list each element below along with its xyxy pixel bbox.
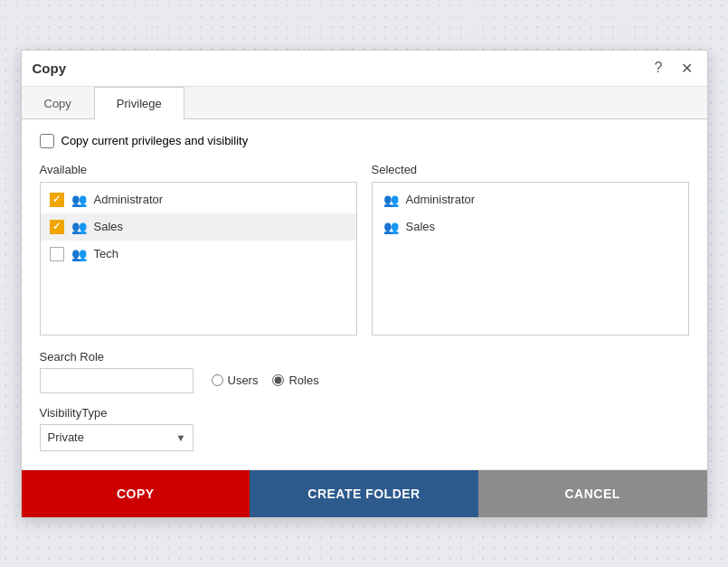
tab-privilege[interactable]: Privilege <box>94 87 184 119</box>
selected-list: Administrator Sales <box>372 182 689 335</box>
search-role-input[interactable] <box>40 368 194 393</box>
copy-dialog: Copy ? ✕ Copy Privilege Copy current pri… <box>21 50 708 518</box>
checkbox-tech[interactable] <box>50 247 64 261</box>
list-item[interactable]: Administrator <box>41 186 356 213</box>
selected-item-label-administrator: Administrator <box>406 193 476 206</box>
available-selected-section: Available Administrator Sales <box>40 163 689 335</box>
cancel-button[interactable]: CANCEL <box>478 470 707 517</box>
group-icon-tech <box>71 247 87 261</box>
title-icons: ? ✕ <box>651 58 696 79</box>
radio-group: Users Roles <box>212 373 319 387</box>
visibility-select[interactable]: Private Public Shared <box>40 424 194 451</box>
visibility-section: VisibilityType Private Public Shared ▼ <box>40 406 689 451</box>
group-icon-administrator <box>71 193 87 207</box>
radio-roles[interactable]: Roles <box>272 373 318 387</box>
available-label: Available <box>40 163 357 176</box>
selected-section: Selected Administrator Sales <box>372 163 689 335</box>
copy-privileges-checkbox[interactable] <box>40 134 54 148</box>
group-icon-sales <box>71 220 87 234</box>
copy-privileges-label: Copy current privileges and visibility <box>61 134 249 147</box>
copy-privileges-row: Copy current privileges and visibility <box>40 134 689 148</box>
radio-roles-input[interactable] <box>272 374 284 386</box>
available-section: Available Administrator Sales <box>40 163 357 335</box>
dialog-title: Copy <box>33 61 67 76</box>
item-label-sales: Sales <box>94 220 124 233</box>
available-list: Administrator Sales Tech <box>40 182 357 335</box>
create-folder-button[interactable]: CREATE FOLDER <box>250 470 478 517</box>
list-item[interactable]: Tech <box>41 241 356 268</box>
list-item[interactable]: Sales <box>41 213 356 241</box>
search-role-label: Search Role <box>40 350 689 364</box>
checkbox-administrator[interactable] <box>50 193 64 207</box>
group-icon-selected-administrator <box>383 193 399 207</box>
visibility-label: VisibilityType <box>40 406 689 420</box>
search-role-section: Search Role Users Roles <box>40 350 689 393</box>
checkbox-sales[interactable] <box>50 220 64 234</box>
radio-users-input[interactable] <box>212 374 223 386</box>
item-label-administrator: Administrator <box>94 193 164 206</box>
close-button[interactable]: ✕ <box>677 58 696 79</box>
help-button[interactable]: ? <box>651 58 667 78</box>
radio-users[interactable]: Users <box>212 373 259 387</box>
selected-list-item[interactable]: Administrator <box>373 186 688 213</box>
item-label-tech: Tech <box>94 247 118 260</box>
visibility-select-wrapper: Private Public Shared ▼ <box>40 424 194 451</box>
selected-item-label-sales: Sales <box>406 220 436 233</box>
title-bar: Copy ? ✕ <box>22 51 707 87</box>
copy-button[interactable]: COPY <box>22 470 251 517</box>
dialog-body: Copy current privileges and visibility A… <box>22 119 707 469</box>
selected-list-item[interactable]: Sales <box>373 213 688 241</box>
dialog-footer: COPY CREATE FOLDER CANCEL <box>22 469 707 517</box>
selected-label: Selected <box>372 163 689 176</box>
tab-bar: Copy Privilege <box>22 87 707 119</box>
group-icon-selected-sales <box>383 220 399 234</box>
tab-copy[interactable]: Copy <box>22 87 94 119</box>
search-row: Users Roles <box>40 368 689 393</box>
